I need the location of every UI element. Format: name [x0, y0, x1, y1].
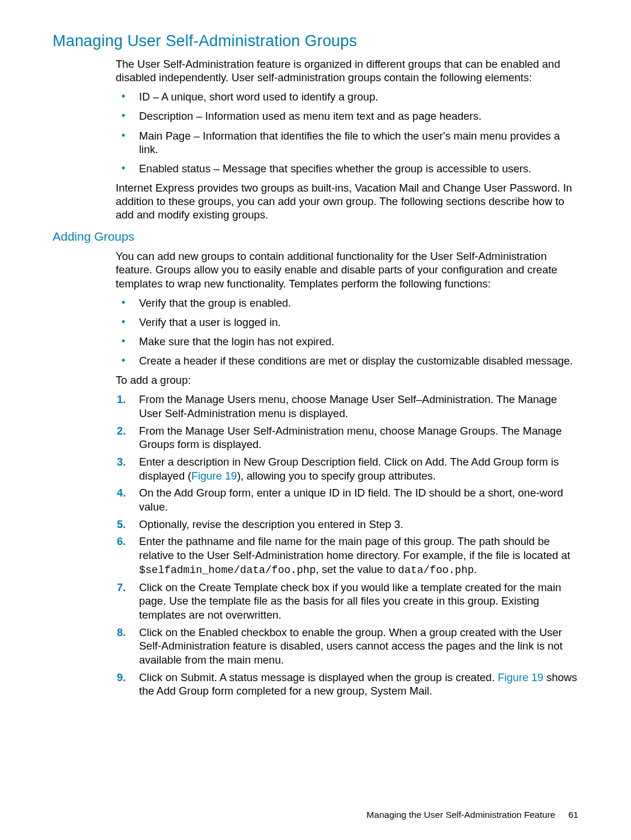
sub-bullet-list: Verify that the group is enabled. Verify… [116, 296, 578, 368]
section-heading: Managing User Self-Administration Groups [53, 32, 578, 50]
step-text: ), allowing you to specify group attribu… [237, 470, 436, 482]
intro-bullet-list: ID – A unique, short word used to identi… [116, 90, 578, 175]
list-item: ID – A unique, short word used to identi… [116, 90, 578, 103]
intro-paragraph: The User Self-Administration feature is … [116, 57, 578, 84]
to-add-paragraph: To add a group: [116, 373, 578, 387]
step-item: Click on Submit. A status message is dis… [116, 671, 578, 698]
page-number: 61 [568, 810, 578, 820]
step-text: . [474, 563, 477, 575]
step-text: Enter the pathname and file name for the… [139, 535, 570, 561]
step-item: From the Manage User Self-Administration… [116, 424, 578, 452]
list-item: Description – Information used as menu i… [116, 109, 578, 123]
step-item: From the Manage Users menu, choose Manag… [116, 393, 578, 420]
subsection-heading: Adding Groups [53, 230, 578, 244]
step-text: Click on Submit. A status message is dis… [139, 671, 498, 683]
list-item: Create a header if these conditions are … [116, 354, 578, 367]
steps-list: From the Manage Users menu, choose Manag… [116, 393, 578, 698]
step-item: Enter a description in New Group Descrip… [116, 455, 578, 483]
subsection-body: You can add new groups to contain additi… [116, 249, 578, 698]
step-text: , set the value to [316, 563, 398, 575]
intro-after-paragraph: Internet Express provides two groups as … [116, 181, 578, 221]
page: Managing User Self-Administration Groups… [0, 0, 631, 840]
figure-link[interactable]: Figure 19 [498, 671, 543, 683]
list-item: Enabled status – Message that specifies … [116, 162, 578, 175]
step-item: Enter the pathname and file name for the… [116, 534, 578, 577]
sub-intro-paragraph: You can add new groups to contain additi… [116, 249, 578, 290]
code-path: $selfadmin_home/data/foo.php [139, 564, 316, 576]
section-body: The User Self-Administration feature is … [116, 57, 578, 221]
list-item: Verify that a user is logged in. [116, 315, 578, 329]
footer-title: Managing the User Self-Administration Fe… [366, 810, 555, 820]
step-item: Click on the Enabled checkbox to enable … [116, 626, 578, 667]
step-item: On the Add Group form, enter a unique ID… [116, 486, 578, 513]
figure-link[interactable]: Figure 19 [191, 470, 237, 482]
list-item: Main Page – Information that identifies … [116, 129, 578, 156]
code-path: data/foo.php [398, 564, 474, 576]
list-item: Make sure that the login has not expired… [116, 335, 578, 348]
step-item: Click on the Create Template check box i… [116, 581, 578, 622]
page-footer: Managing the User Self-Administration Fe… [366, 810, 578, 820]
list-item: Verify that the group is enabled. [116, 296, 578, 310]
step-item: Optionally, revise the description you e… [116, 518, 578, 532]
